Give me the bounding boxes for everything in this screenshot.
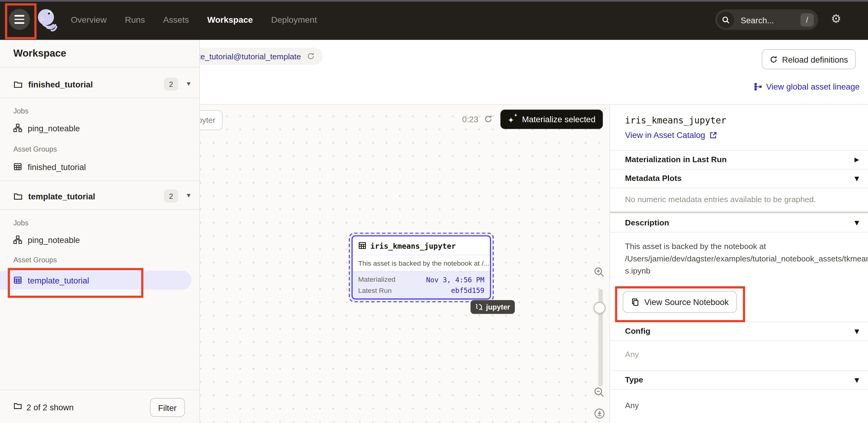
asset-graph-canvas[interactable]: pyter 0:23 ✦ ✦ Materialize selected xyxy=(199,104,610,423)
metadata-plots-empty-text: No numeric metadata entries available to… xyxy=(625,195,816,204)
section-metadata-plots[interactable]: Metadata Plots ▼ xyxy=(610,169,868,188)
lineage-icon xyxy=(754,83,762,91)
jupyter-icon xyxy=(475,303,483,311)
folder-icon xyxy=(13,191,23,201)
repo-name: finished_tutorial xyxy=(28,80,93,89)
nav-item-deployment[interactable]: Deployment xyxy=(271,15,317,25)
reload-definitions-button[interactable]: Reload definitions xyxy=(762,49,856,69)
asset-group-name: finished_tutorial xyxy=(28,162,86,171)
zoom-slider-handle[interactable] xyxy=(593,302,606,314)
section-description[interactable]: Description ▼ xyxy=(610,213,868,232)
asset-node-selection[interactable]: iris_kmeans_jupyter This asset is backed… xyxy=(349,233,494,303)
jupyter-tag-label: jupyter xyxy=(486,303,510,311)
repo-row-finished-tutorial[interactable]: finished_tutorial 2 ▾ xyxy=(0,71,199,97)
nav-item-workspace[interactable]: Workspace xyxy=(207,15,253,25)
hamburger-menu-button[interactable] xyxy=(9,9,30,30)
asset-detail-title: iris_kmeans_jupyter xyxy=(625,115,726,126)
asset-group-icon xyxy=(13,162,22,171)
view-source-notebook-label: View Source Notebook xyxy=(645,297,729,307)
asset-detail-panel: iris_kmeans_jupyter View in Asset Catalo… xyxy=(610,104,868,423)
materialize-selected-label: Materialize selected xyxy=(522,115,595,124)
job-icon xyxy=(13,123,22,132)
latest-run-id[interactable]: ebf5d159 xyxy=(451,286,484,295)
chevron-expanded-icon: ▼ xyxy=(855,328,859,334)
global-search[interactable]: / xyxy=(715,9,818,30)
screenshot-viewport: Overview Runs Assets Workspace Deploymen… xyxy=(0,0,868,423)
section-materialization-in-last-run[interactable]: Materialization in Last Run ▶ xyxy=(610,150,868,169)
sidebar-item-job-ping-noteable[interactable]: ping_noteable xyxy=(0,232,191,248)
type-value: Any xyxy=(625,401,639,410)
chevron-expanded-icon: ▼ xyxy=(855,220,859,226)
nav-item-runs[interactable]: Runs xyxy=(125,15,145,25)
repo-count-badge: 2 xyxy=(164,78,179,91)
table-icon xyxy=(358,241,366,250)
sidebar-footer: 2 of 2 shown Filter xyxy=(0,390,199,423)
reload-icon xyxy=(769,55,778,63)
asset-groups-section-label: Asset Groups xyxy=(13,256,57,264)
external-link-icon xyxy=(709,131,717,139)
jobs-section-label: Jobs xyxy=(13,107,28,115)
chevron-down-icon[interactable]: ▾ xyxy=(187,80,190,87)
asset-group-name: template_tutorial xyxy=(28,275,89,285)
sidebar-item-asset-group-finished-tutorial[interactable]: finished_tutorial xyxy=(0,158,191,175)
sparkle-icon: ✦ ✦ xyxy=(507,114,517,124)
sidebar-item-asset-group-template-tutorial[interactable]: template_tutorial xyxy=(0,271,191,290)
asset-node-name: iris_kmeans_jupyter xyxy=(371,241,456,250)
section-type[interactable]: Type ▼ xyxy=(610,370,868,389)
repo-row-template-tutorial[interactable]: template_tutorial 2 ▾ xyxy=(0,183,199,209)
chevron-down-icon[interactable]: ▾ xyxy=(187,191,190,199)
filter-button[interactable]: Filter xyxy=(150,398,185,417)
workspace-sidebar: Workspace finished_tutorial 2 ▾ Jobs pin… xyxy=(0,40,200,423)
refresh-icon[interactable] xyxy=(484,115,493,123)
zoom-out-icon[interactable] xyxy=(593,386,606,398)
sidebar-item-job-ping-noteable[interactable]: ping_noteable xyxy=(0,120,191,136)
chevron-expanded-icon: ▼ xyxy=(855,175,859,181)
download-icon[interactable] xyxy=(593,407,606,420)
lineage-link-label: View global asset lineage xyxy=(766,82,860,91)
asset-group-icon xyxy=(13,276,22,284)
primary-nav: Overview Runs Assets Workspace Deploymen… xyxy=(71,0,317,40)
config-value: Any xyxy=(625,350,639,359)
nav-item-assets[interactable]: Assets xyxy=(163,15,189,25)
job-name: ping_noteable xyxy=(28,123,80,132)
view-in-asset-catalog-link[interactable]: View in Asset Catalog xyxy=(625,130,716,140)
materialized-row: Materialized Nov 3, 4:56 PM xyxy=(358,276,484,284)
nav-item-overview[interactable]: Overview xyxy=(71,15,106,25)
dagster-logo xyxy=(34,6,60,33)
asset-node-description: This asset is backed by the notebook at … xyxy=(353,255,490,271)
latest-run-row: Latest Run ebf5d159 xyxy=(358,286,484,295)
jobs-section-label: Jobs xyxy=(13,219,28,227)
job-name: ping_noteable xyxy=(28,235,80,244)
jupyter-tag[interactable]: jupyter xyxy=(471,300,515,314)
view-source-notebook-button[interactable]: View Source Notebook xyxy=(623,291,737,312)
breadcrumb-label: te_tutorial@tutorial_template xyxy=(198,52,301,61)
gear-icon[interactable]: ⚙ xyxy=(831,13,841,25)
section-config[interactable]: Config ▼ xyxy=(610,322,868,340)
chevron-right-icon: ▶ xyxy=(855,156,859,162)
sidebar-title: Workspace xyxy=(13,48,66,59)
asset-groups-section-label: Asset Groups xyxy=(13,145,57,153)
catalog-link-label: View in Asset Catalog xyxy=(625,130,705,140)
breadcrumb[interactable]: te_tutorial@tutorial_template xyxy=(190,48,323,65)
materialized-timestamp[interactable]: Nov 3, 4:56 PM xyxy=(426,276,485,284)
search-input[interactable] xyxy=(740,9,793,31)
folder-icon xyxy=(13,401,22,410)
refresh-timer: 0:23 xyxy=(453,115,478,124)
view-global-asset-lineage-link[interactable]: View global asset lineage xyxy=(754,82,860,91)
zoom-in-icon[interactable] xyxy=(593,266,606,278)
repos-shown-count: 2 of 2 shown xyxy=(27,402,74,412)
dagster-app: Overview Runs Assets Workspace Deploymen… xyxy=(0,0,868,423)
folder-icon xyxy=(13,80,23,89)
repo-name: template_tutorial xyxy=(28,191,95,201)
reload-icon[interactable] xyxy=(306,52,314,60)
materialize-selected-button[interactable]: ✦ ✦ Materialize selected xyxy=(500,110,603,129)
repo-count-badge: 2 xyxy=(164,189,179,203)
chevron-expanded-icon: ▼ xyxy=(855,377,859,383)
graph-filter-chip[interactable]: pyter xyxy=(199,110,223,130)
search-icon xyxy=(717,11,734,28)
job-icon xyxy=(13,235,22,244)
search-shortcut-key: / xyxy=(801,13,814,26)
asset-description-text: This asset is backed by the notebook at … xyxy=(625,240,868,277)
notebook-copy-icon xyxy=(631,298,639,306)
asset-node-iris-kmeans-jupyter[interactable]: iris_kmeans_jupyter This asset is backed… xyxy=(351,235,491,300)
